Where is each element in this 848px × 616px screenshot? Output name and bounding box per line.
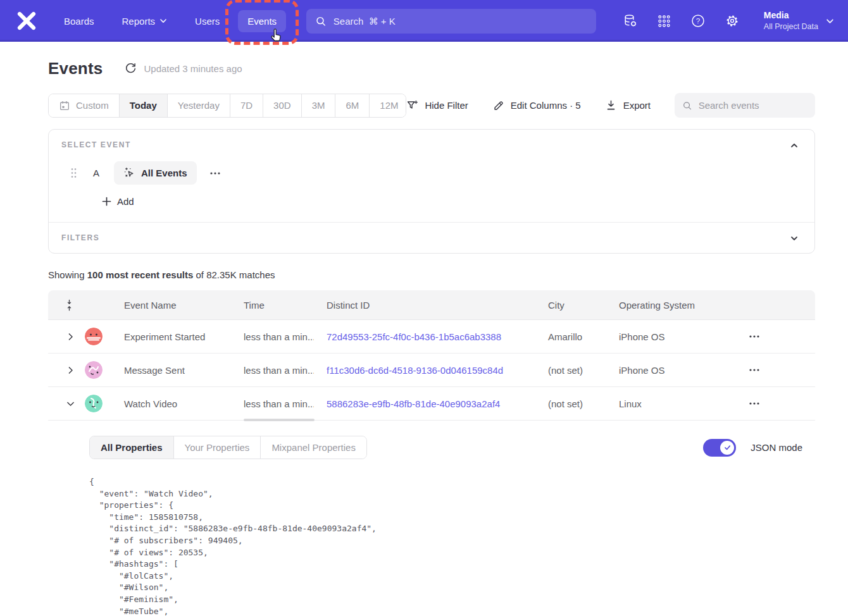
cell-distinct-id-link[interactable]: f11c30d6-dc6d-4518-9136-0d046159c84d [314, 365, 535, 376]
table-row-watch-video[interactable]: Watch Video less than a min... 5886283e-… [48, 387, 815, 421]
global-search-input[interactable] [334, 16, 587, 27]
table-row-message-sent[interactable]: Message Sent less than a min... f11c30d6… [48, 354, 815, 387]
toolbar-actions: Hide Filter Edit Columns · 5 Export [406, 93, 815, 118]
row-more-button[interactable] [745, 365, 763, 375]
row-more-button[interactable] [745, 331, 763, 342]
download-icon [605, 99, 617, 111]
date-range-30d[interactable]: 30D [263, 94, 301, 117]
ellipsis-icon [210, 172, 220, 175]
edit-columns-button[interactable]: Edit Columns · 5 [492, 99, 581, 111]
add-button-label: Add [117, 196, 134, 207]
date-range-3m[interactable]: 3M [301, 94, 335, 117]
chevron-up-icon [790, 141, 799, 150]
properties-tabs: All Properties Your Properties Mixpanel … [89, 436, 367, 459]
all-events-sparkle-cursor-icon [123, 167, 135, 179]
table-row-experiment-started[interactable]: Experiment Started less than a min... 72… [48, 320, 815, 354]
event-row-more-button[interactable] [206, 168, 224, 178]
column-header-time[interactable]: Time [231, 300, 314, 311]
column-header-os[interactable]: Operating System [606, 300, 726, 311]
event-json-viewer: { "event": "Watch Video", "properties": … [89, 476, 802, 616]
nav-item-users[interactable]: Users [185, 10, 229, 32]
project-name: Media [764, 9, 818, 22]
column-header-distinct-id[interactable]: Distinct ID [314, 300, 535, 311]
results-summary: Showing 100 most recent results of 82.35… [48, 269, 815, 280]
query-builder-card: SELECT EVENT A [48, 129, 815, 254]
project-scope: All Project Data [764, 22, 818, 32]
refresh-icon [125, 63, 137, 75]
data-management-icon[interactable] [623, 13, 638, 28]
ellipsis-icon [749, 335, 759, 338]
json-mode-toggle[interactable] [703, 439, 736, 457]
toolbar: Custom Today Yesterday 7D 30D 3M 6M 12M … [48, 93, 815, 118]
date-range-picker: Custom Today Yesterday 7D 30D 3M 6M 12M [48, 94, 406, 118]
row-more-button[interactable] [745, 398, 763, 409]
add-event-button[interactable]: Add [102, 196, 134, 207]
expand-row-button[interactable] [65, 331, 76, 343]
filters-section[interactable]: FILTERS [49, 222, 814, 253]
date-range-yesterday[interactable]: Yesterday [167, 94, 230, 117]
column-header-city[interactable]: City [535, 300, 606, 311]
primary-nav: Boards Reports Users Events [54, 10, 286, 32]
chevron-down-icon [159, 17, 167, 25]
cell-distinct-id-link[interactable]: 5886283e-e9fb-48fb-81de-40e9093a2af4 [314, 398, 535, 409]
nav-events-wrap: Events [238, 10, 286, 32]
chevron-right-icon [66, 366, 75, 375]
cell-time: less than a min... [231, 331, 314, 342]
date-range-custom[interactable]: Custom [49, 94, 119, 117]
cell-distinct-id-link[interactable]: 72d49553-25fc-4f0c-b436-1b5ac6ab3388 [314, 331, 535, 342]
cell-os: iPhone OS [606, 365, 726, 376]
date-range-6m[interactable]: 6M [335, 94, 369, 117]
sort-rows-icon[interactable] [65, 299, 73, 312]
tab-mixpanel-properties[interactable]: Mixpanel Properties [260, 436, 366, 459]
table-header-row: Event Name Time Distinct ID City Operati… [48, 290, 815, 320]
svg-text:?: ? [696, 17, 700, 25]
cell-city: (not set) [535, 365, 606, 376]
tab-your-properties[interactable]: Your Properties [173, 436, 261, 459]
date-range-today[interactable]: Today [119, 94, 167, 117]
horizontal-scrollbar-thumb[interactable] [244, 419, 315, 421]
search-events-field[interactable] [675, 93, 815, 118]
column-header-event-name[interactable]: Event Name [111, 300, 231, 311]
refresh-button[interactable] [125, 63, 137, 75]
json-mode-control: JSON mode [703, 439, 802, 457]
filter-funnel-icon [406, 99, 418, 111]
export-label: Export [623, 100, 651, 111]
search-events-input[interactable] [699, 100, 807, 111]
event-query-row: A All Events [61, 161, 802, 185]
navbar-actions: ? Media All Project Data [623, 9, 834, 32]
settings-gear-icon[interactable] [725, 13, 740, 28]
ellipsis-icon [749, 369, 759, 371]
nav-item-reports[interactable]: Reports [113, 10, 177, 32]
expand-row-button[interactable] [65, 364, 76, 376]
chevron-down-icon [66, 399, 75, 409]
export-button[interactable]: Export [605, 99, 651, 111]
event-selector-label: All Events [141, 168, 187, 178]
event-selector-button[interactable]: All Events [114, 161, 197, 185]
help-icon[interactable]: ? [690, 13, 706, 28]
mixpanel-logo-icon[interactable] [16, 11, 37, 31]
search-icon [315, 15, 327, 27]
apps-grid-icon[interactable] [657, 14, 671, 28]
expand-filters-button[interactable] [787, 231, 802, 246]
global-search[interactable] [306, 9, 596, 34]
results-prefix: Showing [48, 269, 85, 280]
collapse-row-button[interactable] [65, 398, 76, 410]
date-range-12m[interactable]: 12M [369, 94, 406, 117]
cell-event-name: Message Sent [111, 365, 231, 376]
drag-handle-icon[interactable] [70, 168, 77, 178]
detail-toolbar: All Properties Your Properties Mixpanel … [89, 436, 802, 459]
cell-event-name: Experiment Started [111, 331, 231, 342]
project-switcher[interactable]: Media All Project Data [764, 9, 834, 32]
event-avatar-message-sent [85, 361, 103, 379]
hide-filter-button[interactable]: Hide Filter [406, 99, 468, 111]
calendar-icon [59, 100, 70, 111]
chevron-right-icon [66, 332, 75, 342]
search-icon [682, 100, 692, 111]
date-range-7d[interactable]: 7D [230, 94, 263, 117]
nav-item-boards[interactable]: Boards [54, 10, 104, 32]
collapse-section-button[interactable] [787, 138, 802, 153]
events-table: Event Name Time Distinct ID City Operati… [48, 290, 815, 616]
toggle-knob [720, 441, 734, 455]
tab-all-properties[interactable]: All Properties [90, 436, 173, 459]
nav-item-reports-label: Reports [122, 16, 156, 27]
